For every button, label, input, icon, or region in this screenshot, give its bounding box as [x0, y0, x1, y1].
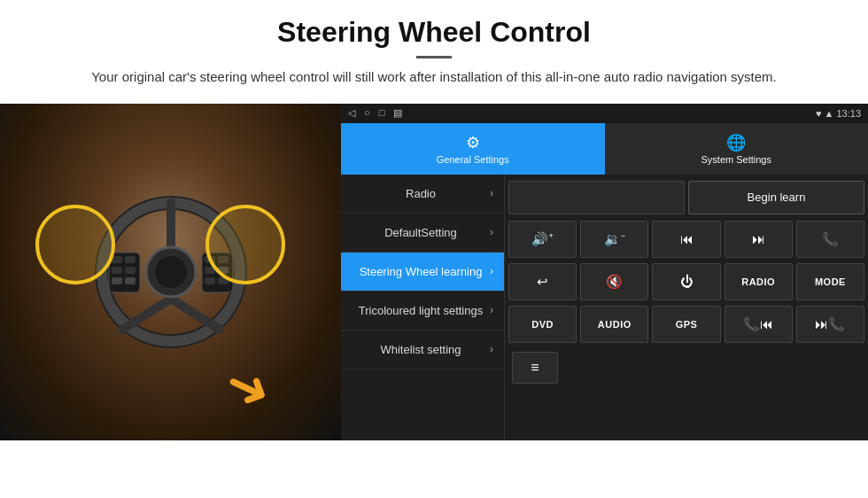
call-end-button[interactable]: ↩: [508, 263, 577, 300]
blank-input-box: [508, 181, 685, 214]
radio-mode-button[interactable]: RADIO: [725, 263, 793, 300]
tab-general-settings[interactable]: ⚙ General Settings: [341, 123, 605, 175]
car-image-bg: ➜: [0, 104, 341, 440]
control-row-3: DVD AUDIO GPS 📞⏮ ⏭📞: [508, 306, 864, 345]
status-bar-right: ♥ ▲ 13:13: [816, 108, 861, 119]
tel-next-button[interactable]: ⏭📞: [796, 306, 864, 343]
svg-rect-19: [205, 277, 215, 284]
menu-whitelist-chevron: ›: [490, 343, 493, 355]
svg-rect-10: [112, 267, 122, 274]
mode-label: MODE: [815, 276, 846, 287]
menu-item-steering-wheel[interactable]: Steering Wheel learning ›: [341, 253, 504, 292]
tablet-panel: ◁ ○ □ ▤ ♥ ▲ 13:13 ⚙ General Settings 🌐: [341, 104, 868, 440]
menu-item-default-setting[interactable]: DefaultSetting ›: [341, 214, 504, 253]
page-header: Steering Wheel Control Your original car…: [0, 0, 868, 97]
power-icon: ⏻: [680, 274, 694, 289]
menu-item-steering-label: Steering Wheel learning: [352, 265, 490, 278]
vol-down-icon: 🔉−: [604, 231, 625, 247]
audio-button[interactable]: AUDIO: [580, 306, 648, 343]
wifi-icon: ♥ ▲: [816, 108, 833, 119]
highlight-circle-right: [205, 205, 285, 284]
mute-icon: 🔇: [606, 274, 623, 290]
menu-steering-chevron: ›: [490, 265, 493, 277]
status-bar: ◁ ○ □ ▤ ♥ ▲ 13:13: [341, 104, 868, 123]
svg-line-4: [171, 299, 220, 330]
menu-default-chevron: ›: [490, 226, 493, 238]
menu-item-default-label: DefaultSetting: [352, 226, 490, 239]
nav-menu-icon: ▤: [393, 107, 402, 119]
settings-tabs: ⚙ General Settings 🌐 System Settings: [341, 123, 868, 175]
nav-back-icon: ◁: [348, 107, 355, 119]
prev-track-button[interactable]: ⏮: [652, 221, 720, 258]
menu-item-whitelist[interactable]: Whitelist setting ›: [341, 331, 504, 370]
nav-recent-icon: □: [379, 107, 385, 119]
menu-tricoloured-chevron: ›: [490, 304, 493, 316]
mute-button[interactable]: 🔇: [580, 263, 648, 300]
page-title: Steering Wheel Control: [35, 16, 833, 49]
menu-item-whitelist-label: Whitelist setting: [352, 343, 490, 356]
dvd-label: DVD: [531, 319, 554, 330]
tel-prev-icon: 📞⏮: [743, 316, 773, 332]
phone-icon: 📞: [822, 231, 839, 247]
control-row-2: ↩ 🔇 ⏻ RADIO MODE: [508, 263, 864, 302]
menu-item-tricoloured-label: Tricoloured light settings: [352, 304, 490, 317]
list-icon: ≡: [531, 360, 539, 376]
arrow-overlay: ➜: [217, 354, 280, 421]
prev-track-icon: ⏮: [680, 231, 694, 246]
vol-up-icon: 🔊+: [531, 231, 553, 247]
gps-label: GPS: [676, 319, 698, 330]
menu-item-tricoloured[interactable]: Tricoloured light settings ›: [341, 292, 504, 331]
whitelist-icon-button[interactable]: ≡: [512, 352, 558, 384]
vol-down-button[interactable]: 🔉−: [580, 221, 648, 258]
status-bar-left: ◁ ○ □ ▤: [348, 107, 402, 119]
svg-rect-11: [125, 267, 136, 274]
page-wrapper: Steering Wheel Control Your original car…: [0, 0, 868, 440]
system-settings-icon: 🌐: [726, 133, 746, 152]
system-settings-label: System Settings: [701, 154, 771, 165]
begin-learn-row: Begin learn: [508, 178, 864, 217]
tab-system-settings[interactable]: 🌐 System Settings: [605, 123, 869, 175]
menu-item-radio-label: Radio: [352, 187, 490, 200]
menu-item-radio[interactable]: Radio ›: [341, 175, 504, 214]
svg-line-3: [122, 299, 171, 330]
svg-rect-9: [125, 256, 136, 263]
page-subtitle: Your original car's steering wheel contr…: [35, 67, 833, 88]
tel-prev-button[interactable]: 📞⏮: [725, 306, 793, 343]
vol-up-button[interactable]: 🔊+: [508, 221, 577, 258]
nav-home-icon: ○: [364, 107, 370, 119]
gps-button[interactable]: GPS: [652, 306, 720, 343]
call-end-icon: ↩: [537, 274, 548, 290]
audio-label: AUDIO: [598, 319, 632, 330]
radio-label: RADIO: [741, 276, 775, 287]
car-image-panel: ➜: [0, 104, 341, 440]
phone-button[interactable]: 📞: [796, 221, 864, 258]
next-track-icon: ⏭: [752, 231, 765, 246]
menu-radio-chevron: ›: [490, 187, 493, 199]
tel-next-icon: ⏭📞: [815, 316, 845, 332]
general-settings-label: General Settings: [437, 154, 509, 165]
whitelist-area: ≡: [508, 348, 864, 387]
begin-learn-button[interactable]: Begin learn: [688, 181, 864, 214]
power-button[interactable]: ⏻: [652, 263, 720, 300]
dvd-button[interactable]: DVD: [508, 306, 577, 343]
highlight-circle-left: [35, 205, 115, 284]
clock: 13:13: [836, 108, 861, 119]
content-area: Radio › DefaultSetting › Steering Wheel …: [341, 175, 868, 440]
next-track-button[interactable]: ⏭: [725, 221, 793, 258]
title-divider: [416, 56, 452, 58]
control-row-1: 🔊+ 🔉− ⏮ ⏭ 📞: [508, 221, 864, 260]
svg-rect-13: [125, 277, 136, 284]
general-settings-icon: ⚙: [466, 133, 480, 152]
svg-point-6: [155, 256, 187, 288]
mode-button[interactable]: MODE: [796, 263, 864, 300]
control-panel: Begin learn 🔊+ 🔉− ⏮: [505, 175, 868, 440]
main-content: ➜ ◁ ○ □ ▤ ♥ ▲ 13:13 ⚙: [0, 104, 868, 440]
svg-rect-12: [112, 277, 122, 284]
menu-list: Radio › DefaultSetting › Steering Wheel …: [341, 175, 505, 440]
